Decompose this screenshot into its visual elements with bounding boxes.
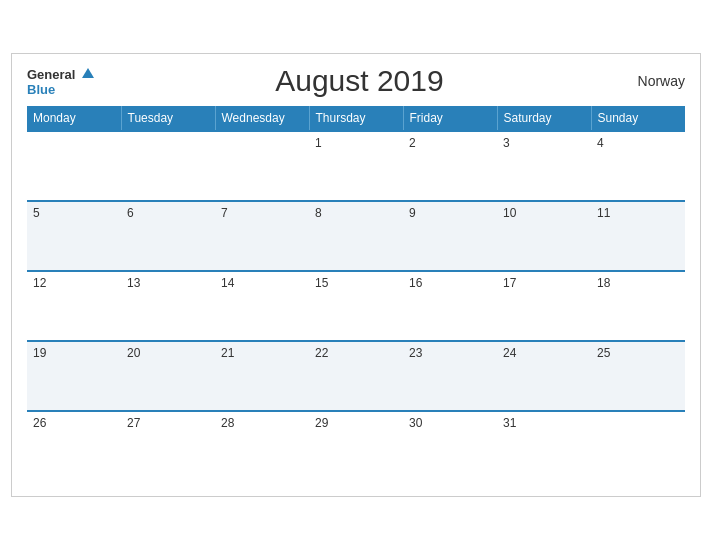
weekday-header: Thursday xyxy=(309,106,403,131)
weekday-header: Saturday xyxy=(497,106,591,131)
calendar-day-cell: 9 xyxy=(403,201,497,271)
day-number: 9 xyxy=(409,206,416,220)
day-number: 5 xyxy=(33,206,40,220)
calendar-day-cell: 18 xyxy=(591,271,685,341)
calendar-week-row: 262728293031 xyxy=(27,411,685,481)
calendar-day-cell: 24 xyxy=(497,341,591,411)
day-number: 15 xyxy=(315,276,328,290)
weekday-header-row: MondayTuesdayWednesdayThursdayFridaySatu… xyxy=(27,106,685,131)
weekday-header: Friday xyxy=(403,106,497,131)
calendar-day-cell: 26 xyxy=(27,411,121,481)
calendar-day-cell: 8 xyxy=(309,201,403,271)
calendar-day-cell: 29 xyxy=(309,411,403,481)
weekday-header: Sunday xyxy=(591,106,685,131)
day-number: 11 xyxy=(597,206,610,220)
day-number: 13 xyxy=(127,276,140,290)
calendar-day-cell: 28 xyxy=(215,411,309,481)
calendar-thead: MondayTuesdayWednesdayThursdayFridaySatu… xyxy=(27,106,685,131)
calendar-day-cell: 10 xyxy=(497,201,591,271)
day-number: 3 xyxy=(503,136,510,150)
calendar-header: General Blue August 2019 Norway xyxy=(27,64,685,98)
calendar-day-cell: 31 xyxy=(497,411,591,481)
day-number: 31 xyxy=(503,416,516,430)
logo: General Blue xyxy=(27,65,94,97)
logo-general: General xyxy=(27,65,94,83)
day-number: 8 xyxy=(315,206,322,220)
day-number: 19 xyxy=(33,346,46,360)
calendar-day-cell: 2 xyxy=(403,131,497,201)
day-number: 18 xyxy=(597,276,610,290)
calendar-day-cell: 19 xyxy=(27,341,121,411)
weekday-header: Monday xyxy=(27,106,121,131)
calendar-day-cell xyxy=(215,131,309,201)
calendar-day-cell: 16 xyxy=(403,271,497,341)
calendar-week-row: 12131415161718 xyxy=(27,271,685,341)
day-number: 24 xyxy=(503,346,516,360)
calendar-day-cell: 7 xyxy=(215,201,309,271)
calendar-title: August 2019 xyxy=(94,64,625,98)
calendar-day-cell: 21 xyxy=(215,341,309,411)
calendar: General Blue August 2019 Norway MondayTu… xyxy=(11,53,701,497)
calendar-day-cell: 17 xyxy=(497,271,591,341)
day-number: 2 xyxy=(409,136,416,150)
day-number: 30 xyxy=(409,416,422,430)
calendar-day-cell: 12 xyxy=(27,271,121,341)
calendar-table: MondayTuesdayWednesdayThursdayFridaySatu… xyxy=(27,106,685,481)
calendar-week-row: 567891011 xyxy=(27,201,685,271)
calendar-day-cell: 15 xyxy=(309,271,403,341)
calendar-body: 1234567891011121314151617181920212223242… xyxy=(27,131,685,481)
calendar-day-cell: 6 xyxy=(121,201,215,271)
calendar-day-cell: 14 xyxy=(215,271,309,341)
day-number: 28 xyxy=(221,416,234,430)
day-number: 14 xyxy=(221,276,234,290)
calendar-day-cell: 20 xyxy=(121,341,215,411)
logo-triangle-icon xyxy=(82,68,94,78)
calendar-day-cell: 13 xyxy=(121,271,215,341)
day-number: 20 xyxy=(127,346,140,360)
day-number: 1 xyxy=(315,136,322,150)
calendar-day-cell: 25 xyxy=(591,341,685,411)
calendar-day-cell: 30 xyxy=(403,411,497,481)
calendar-day-cell xyxy=(591,411,685,481)
day-number: 10 xyxy=(503,206,516,220)
weekday-header: Wednesday xyxy=(215,106,309,131)
day-number: 23 xyxy=(409,346,422,360)
day-number: 17 xyxy=(503,276,516,290)
day-number: 6 xyxy=(127,206,134,220)
calendar-day-cell: 23 xyxy=(403,341,497,411)
calendar-day-cell: 4 xyxy=(591,131,685,201)
calendar-day-cell: 3 xyxy=(497,131,591,201)
day-number: 21 xyxy=(221,346,234,360)
calendar-day-cell xyxy=(27,131,121,201)
calendar-week-row: 19202122232425 xyxy=(27,341,685,411)
logo-blue: Blue xyxy=(27,83,94,97)
calendar-day-cell: 27 xyxy=(121,411,215,481)
calendar-day-cell xyxy=(121,131,215,201)
day-number: 25 xyxy=(597,346,610,360)
calendar-day-cell: 11 xyxy=(591,201,685,271)
day-number: 29 xyxy=(315,416,328,430)
calendar-day-cell: 22 xyxy=(309,341,403,411)
day-number: 4 xyxy=(597,136,604,150)
calendar-week-row: 1234 xyxy=(27,131,685,201)
calendar-day-cell: 1 xyxy=(309,131,403,201)
day-number: 26 xyxy=(33,416,46,430)
day-number: 12 xyxy=(33,276,46,290)
calendar-day-cell: 5 xyxy=(27,201,121,271)
day-number: 7 xyxy=(221,206,228,220)
day-number: 16 xyxy=(409,276,422,290)
day-number: 27 xyxy=(127,416,140,430)
weekday-header: Tuesday xyxy=(121,106,215,131)
calendar-country: Norway xyxy=(625,73,685,89)
day-number: 22 xyxy=(315,346,328,360)
